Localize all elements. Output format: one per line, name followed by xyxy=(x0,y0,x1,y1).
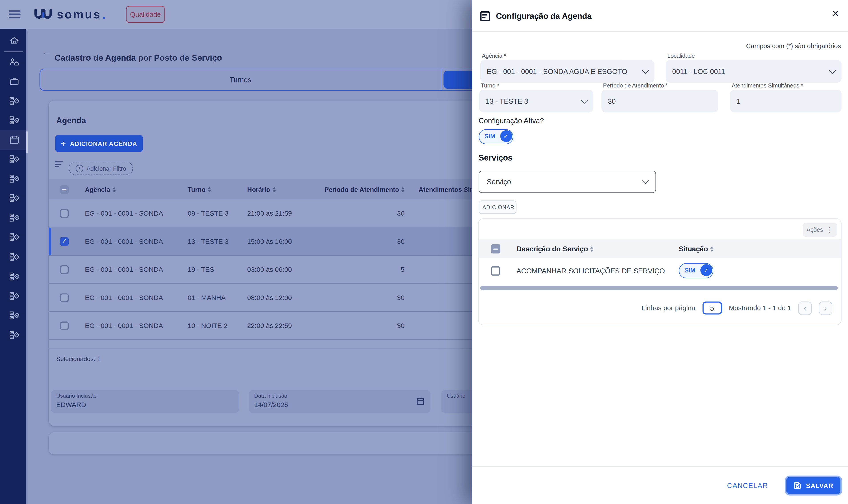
cell-horario: 03:00 às 06:00 xyxy=(247,266,314,273)
chevron-down-icon xyxy=(642,177,649,184)
rows-per-page-input[interactable] xyxy=(703,302,722,314)
periodo-field: Período de Atendimento * 30 xyxy=(601,82,718,112)
servico-select[interactable]: Serviço xyxy=(479,171,656,193)
row-checkbox[interactable] xyxy=(60,209,69,218)
calendar-icon[interactable] xyxy=(416,397,425,406)
field-value: 0011 - LOC 0011 xyxy=(672,67,830,75)
row-checkbox-checked[interactable]: ✓ xyxy=(60,237,69,246)
sidebar-item-module-6[interactable] xyxy=(0,208,28,228)
agenda-section-title: Agenda xyxy=(56,116,86,125)
sidebar-item-module-12[interactable] xyxy=(0,325,28,345)
field-value: 30 xyxy=(608,97,712,105)
save-icon xyxy=(794,481,802,490)
sidebar xyxy=(0,29,28,504)
adicionar-button[interactable]: ADICIONAR xyxy=(479,200,516,214)
column-header-agencia[interactable]: Agência xyxy=(85,186,188,193)
toggle-knob: ✓ xyxy=(500,130,512,142)
column-header-descricao[interactable]: Descrição do Serviço xyxy=(516,245,679,253)
menu-icon[interactable] xyxy=(8,10,21,21)
row-checkbox[interactable] xyxy=(491,266,500,275)
servico-table-row[interactable]: ACOMPANHAR SOLICITAÇÕES DE SERVIÇO SIM ✓ xyxy=(479,258,841,283)
column-header-horario[interactable]: Horário xyxy=(247,186,314,193)
column-header-situacao[interactable]: Situação xyxy=(679,245,713,253)
selected-count: Selecionados: 1 xyxy=(56,356,101,362)
sidebar-item-module-1[interactable] xyxy=(0,91,28,111)
sidebar-item-agenda-active[interactable] xyxy=(0,130,28,150)
filter-icon[interactable] xyxy=(55,159,64,168)
module-icon xyxy=(8,193,20,204)
module-icon xyxy=(8,154,20,165)
prev-page-button[interactable]: ‹ xyxy=(798,301,812,315)
add-agenda-button[interactable]: + ADICIONAR AGENDA xyxy=(55,135,143,152)
sidebar-item-module-5[interactable] xyxy=(0,188,28,208)
sidebar-item-briefcase[interactable] xyxy=(0,72,28,91)
servico-select-value: Serviço xyxy=(487,178,643,186)
sidebar-item-module-4[interactable] xyxy=(0,169,28,189)
sidebar-item-module-8[interactable] xyxy=(0,248,28,267)
config-active-label: Configuração Ativa? xyxy=(479,117,544,125)
cell-periodo: 30 xyxy=(314,294,405,301)
usuario-inclusao-field: Usuário Inclusão EDWARD xyxy=(51,390,239,413)
sidebar-item-users[interactable] xyxy=(0,52,28,72)
sidebar-item-module-3[interactable] xyxy=(0,150,28,169)
close-icon[interactable]: ✕ xyxy=(832,9,840,18)
back-arrow-icon[interactable]: ← xyxy=(42,47,51,56)
config-active-toggle[interactable]: SIM ✓ xyxy=(479,129,513,144)
servicos-heading: Serviços xyxy=(479,153,513,162)
sidebar-item-home[interactable] xyxy=(0,31,28,50)
chevron-down-icon xyxy=(642,67,649,74)
rows-per-page-label: Linhas por página xyxy=(642,304,695,312)
cell-periodo: 30 xyxy=(314,238,405,245)
atendimentos-field: Atendimentos Simultâneos * 1 xyxy=(730,82,841,112)
column-header-turno[interactable]: Turno xyxy=(188,186,247,193)
acoes-button[interactable]: Ações ⋮ xyxy=(803,223,837,237)
cell-turno: 13 - TESTE 3 xyxy=(188,238,247,245)
add-filter-chip[interactable]: + Adicionar Filtro xyxy=(69,162,133,175)
cancel-button[interactable]: CANCELAR xyxy=(724,481,771,490)
sidebar-item-module-7[interactable] xyxy=(0,228,28,247)
cell-turno: 19 - TES xyxy=(188,266,247,273)
chevron-left-icon: ‹ xyxy=(804,304,806,312)
turno-select-box: 13 - TESTE 3 xyxy=(479,90,593,112)
row-checkbox[interactable] xyxy=(60,321,69,330)
module-icon xyxy=(8,212,20,223)
horizontal-scrollbar[interactable] xyxy=(480,286,838,290)
cell-horario: 15:00 às 16:00 xyxy=(247,238,314,245)
check-icon: ✓ xyxy=(504,133,508,140)
check-icon: ✓ xyxy=(704,267,708,274)
module-icon xyxy=(8,173,20,184)
module-icon xyxy=(8,329,20,341)
save-button[interactable]: SALVAR xyxy=(786,477,841,494)
sidebar-item-module-11[interactable] xyxy=(0,306,28,325)
row-checkbox[interactable] xyxy=(60,293,69,302)
form-icon xyxy=(480,11,491,22)
field-value: 1 xyxy=(737,97,835,105)
save-label: SALVAR xyxy=(806,482,833,489)
situacao-toggle[interactable]: SIM ✓ xyxy=(679,263,713,278)
servicos-table-card: Ações ⋮ Descrição do Serviço Situação AC… xyxy=(478,218,841,325)
cell-periodo: 30 xyxy=(314,209,405,217)
row-checkbox[interactable] xyxy=(60,265,69,274)
sidebar-item-module-2[interactable] xyxy=(0,111,28,130)
sidebar-item-module-9[interactable] xyxy=(0,267,28,286)
panel-header-divider xyxy=(472,31,848,32)
select-all-checkbox[interactable] xyxy=(491,244,500,253)
data-inclusao-field: Data Inclusão 14/07/2025 xyxy=(249,390,431,413)
cell-horario: 22:00 às 22:59 xyxy=(247,322,314,329)
module-icon xyxy=(8,290,20,302)
required-fields-note: Campos com (*) são obrigatórios xyxy=(746,42,841,50)
column-header-periodo[interactable]: Período de Atendimento xyxy=(314,186,405,193)
select-all-checkbox[interactable] xyxy=(60,185,69,194)
field-label: Data Inclusão xyxy=(254,393,425,399)
sidebar-scrollbar-thumb[interactable] xyxy=(26,131,28,153)
module-icon xyxy=(8,115,20,126)
next-page-button[interactable]: › xyxy=(819,301,832,315)
sidebar-item-module-10[interactable] xyxy=(0,286,28,306)
tab-turnos[interactable]: Turnos xyxy=(40,69,441,90)
module-icon xyxy=(8,252,20,263)
sidebar-scrollbar[interactable] xyxy=(26,29,28,504)
sort-icon xyxy=(710,246,713,252)
showing-label: Mostrando 1 - 1 de 1 xyxy=(729,304,791,312)
cell-turno: 10 - NOITE 2 xyxy=(188,322,247,329)
home-icon xyxy=(8,35,20,46)
